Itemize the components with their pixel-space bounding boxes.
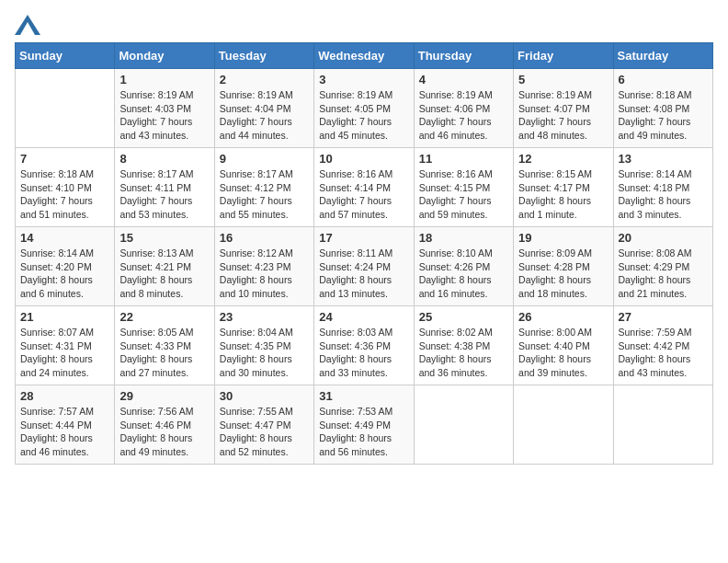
week-row-5: 28 Sunrise: 7:57 AM Sunset: 4:44 PM Dayl… [16, 385, 713, 465]
day-number: 2 [220, 73, 309, 86]
sunrise: Sunrise: 8:11 AM [319, 247, 392, 259]
daylight: Daylight: 8 hours and 1 minute. [518, 195, 591, 220]
calendar-cell [514, 385, 613, 465]
calendar-cell: 13 Sunrise: 8:14 AM Sunset: 4:18 PM Dayl… [613, 148, 712, 227]
day-header-saturday: Saturday [613, 43, 712, 69]
sunset: Sunset: 4:40 PM [518, 340, 590, 351]
calendar-cell: 26 Sunrise: 8:00 AM Sunset: 4:40 PM Dayl… [514, 306, 613, 385]
sunrise: Sunrise: 8:16 AM [419, 168, 493, 179]
sunset: Sunset: 4:17 PM [518, 182, 590, 193]
calendar-cell: 22 Sunrise: 8:05 AM Sunset: 4:33 PM Dayl… [115, 306, 214, 385]
day-number: 26 [518, 310, 608, 324]
day-info: Sunrise: 8:02 AM Sunset: 4:38 PM Dayligh… [419, 326, 508, 380]
daylight: Daylight: 7 hours and 43 minutes. [119, 116, 192, 141]
daylight: Daylight: 8 hours and 36 minutes. [419, 353, 492, 378]
daylight: Daylight: 8 hours and 30 minutes. [220, 353, 292, 378]
day-info: Sunrise: 7:53 AM Sunset: 4:49 PM Dayligh… [319, 405, 408, 459]
day-info: Sunrise: 8:10 AM Sunset: 4:26 PM Dayligh… [419, 247, 508, 301]
day-number: 14 [20, 231, 109, 245]
daylight: Daylight: 7 hours and 45 minutes. [319, 116, 392, 141]
day-info: Sunrise: 8:19 AM Sunset: 4:06 PM Dayligh… [419, 88, 508, 143]
day-number: 17 [319, 231, 408, 245]
day-header-row: SundayMondayTuesdayWednesdayThursdayFrid… [16, 43, 713, 69]
day-number: 21 [20, 310, 109, 324]
day-info: Sunrise: 8:19 AM Sunset: 4:03 PM Dayligh… [119, 88, 209, 143]
sunrise: Sunrise: 8:18 AM [20, 168, 94, 179]
daylight: Daylight: 8 hours and 16 minutes. [419, 274, 492, 299]
day-info: Sunrise: 8:12 AM Sunset: 4:23 PM Dayligh… [220, 247, 309, 301]
sunrise: Sunrise: 8:16 AM [319, 168, 392, 179]
calendar-cell: 9 Sunrise: 8:17 AM Sunset: 4:12 PM Dayli… [214, 148, 313, 227]
day-number: 24 [319, 310, 408, 324]
daylight: Daylight: 8 hours and 33 minutes. [319, 353, 392, 378]
sunrise: Sunrise: 8:14 AM [619, 168, 692, 179]
sunrise: Sunrise: 7:55 AM [220, 406, 293, 417]
calendar-cell: 1 Sunrise: 8:19 AM Sunset: 4:03 PM Dayli… [115, 69, 214, 148]
day-number: 13 [619, 152, 708, 166]
calendar-cell: 15 Sunrise: 8:13 AM Sunset: 4:21 PM Dayl… [115, 227, 214, 306]
day-info: Sunrise: 8:14 AM Sunset: 4:20 PM Dayligh… [20, 247, 109, 301]
sunset: Sunset: 4:35 PM [220, 340, 291, 351]
sunrise: Sunrise: 7:53 AM [319, 406, 392, 417]
daylight: Daylight: 7 hours and 48 minutes. [518, 116, 591, 141]
sunset: Sunset: 4:46 PM [119, 419, 191, 431]
daylight: Daylight: 8 hours and 21 minutes. [619, 274, 691, 299]
sunrise: Sunrise: 8:09 AM [518, 247, 592, 259]
sunset: Sunset: 4:28 PM [518, 261, 590, 272]
day-number: 27 [619, 310, 708, 324]
calendar-cell: 10 Sunrise: 8:16 AM Sunset: 4:14 PM Dayl… [314, 148, 414, 227]
sunset: Sunset: 4:03 PM [119, 103, 191, 114]
daylight: Daylight: 7 hours and 59 minutes. [419, 195, 492, 220]
calendar-cell: 25 Sunrise: 8:02 AM Sunset: 4:38 PM Dayl… [414, 306, 513, 385]
calendar-cell: 4 Sunrise: 8:19 AM Sunset: 4:06 PM Dayli… [414, 69, 513, 148]
sunrise: Sunrise: 8:02 AM [419, 327, 493, 338]
calendar-cell: 23 Sunrise: 8:04 AM Sunset: 4:35 PM Dayl… [214, 306, 313, 385]
logo [15, 15, 44, 35]
calendar-cell: 8 Sunrise: 8:17 AM Sunset: 4:11 PM Dayli… [115, 148, 214, 227]
sunrise: Sunrise: 8:08 AM [619, 247, 692, 259]
day-number: 23 [220, 310, 309, 324]
daylight: Daylight: 7 hours and 57 minutes. [319, 195, 392, 220]
daylight: Daylight: 8 hours and 8 minutes. [119, 274, 192, 299]
day-number: 25 [419, 310, 508, 324]
week-row-3: 14 Sunrise: 8:14 AM Sunset: 4:20 PM Dayl… [16, 227, 713, 306]
day-number: 31 [319, 389, 408, 403]
day-number: 1 [119, 73, 209, 86]
sunset: Sunset: 4:20 PM [20, 261, 92, 272]
day-info: Sunrise: 7:56 AM Sunset: 4:46 PM Dayligh… [119, 405, 209, 459]
week-row-4: 21 Sunrise: 8:07 AM Sunset: 4:31 PM Dayl… [16, 306, 713, 385]
sunrise: Sunrise: 7:59 AM [619, 327, 692, 338]
sunset: Sunset: 4:11 PM [119, 182, 191, 193]
day-info: Sunrise: 8:00 AM Sunset: 4:40 PM Dayligh… [518, 326, 608, 380]
calendar-cell: 6 Sunrise: 8:18 AM Sunset: 4:08 PM Dayli… [613, 69, 712, 148]
sunrise: Sunrise: 7:57 AM [20, 406, 94, 417]
day-header-sunday: Sunday [16, 43, 115, 69]
sunset: Sunset: 4:29 PM [619, 261, 690, 272]
day-header-wednesday: Wednesday [314, 43, 414, 69]
day-number: 29 [119, 389, 209, 403]
sunrise: Sunrise: 8:19 AM [419, 89, 493, 100]
daylight: Daylight: 8 hours and 52 minutes. [220, 432, 292, 457]
calendar-cell: 19 Sunrise: 8:09 AM Sunset: 4:28 PM Dayl… [514, 227, 613, 306]
day-info: Sunrise: 7:55 AM Sunset: 4:47 PM Dayligh… [220, 405, 309, 459]
calendar-cell: 27 Sunrise: 7:59 AM Sunset: 4:42 PM Dayl… [613, 306, 712, 385]
sunset: Sunset: 4:10 PM [20, 182, 92, 193]
daylight: Daylight: 8 hours and 18 minutes. [518, 274, 591, 299]
day-info: Sunrise: 8:19 AM Sunset: 4:04 PM Dayligh… [220, 88, 309, 143]
calendar-cell: 28 Sunrise: 7:57 AM Sunset: 4:44 PM Dayl… [16, 385, 115, 465]
sunrise: Sunrise: 8:04 AM [220, 327, 293, 338]
day-number: 12 [518, 152, 608, 166]
daylight: Daylight: 8 hours and 27 minutes. [119, 353, 192, 378]
sunrise: Sunrise: 7:56 AM [119, 406, 193, 417]
sunrise: Sunrise: 8:00 AM [518, 327, 592, 338]
day-number: 16 [220, 231, 309, 245]
day-number: 3 [319, 73, 408, 86]
day-number: 15 [119, 231, 209, 245]
daylight: Daylight: 8 hours and 56 minutes. [319, 432, 392, 457]
sunset: Sunset: 4:31 PM [20, 340, 92, 351]
calendar-cell: 24 Sunrise: 8:03 AM Sunset: 4:36 PM Dayl… [314, 306, 414, 385]
sunrise: Sunrise: 8:19 AM [220, 89, 293, 100]
sunrise: Sunrise: 8:19 AM [119, 89, 193, 100]
sunset: Sunset: 4:18 PM [619, 182, 690, 193]
daylight: Daylight: 7 hours and 53 minutes. [119, 195, 192, 220]
